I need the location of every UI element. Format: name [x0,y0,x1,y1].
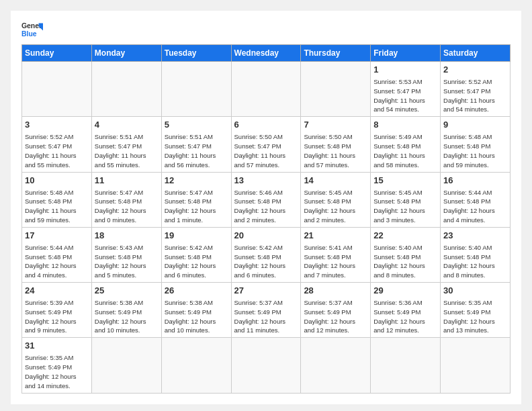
day-info: Sunrise: 5:38 AMSunset: 5:49 PMDaylight:… [165,298,228,335]
calendar-cell: 12Sunrise: 5:47 AMSunset: 5:48 PMDayligh… [161,172,231,227]
day-info: Sunrise: 5:53 AMSunset: 5:47 PMDaylight:… [373,77,437,114]
day-info: Sunrise: 5:40 AMSunset: 5:48 PMDaylight:… [373,243,437,280]
day-info: Sunrise: 5:45 AMSunset: 5:48 PMDaylight:… [304,188,367,225]
day-info: Sunrise: 5:48 AMSunset: 5:48 PMDaylight:… [443,132,507,169]
calendar-cell: 10Sunrise: 5:48 AMSunset: 5:48 PMDayligh… [22,172,92,227]
day-info: Sunrise: 5:39 AMSunset: 5:49 PMDaylight:… [25,298,89,335]
calendar-cell: 28Sunrise: 5:37 AMSunset: 5:49 PMDayligh… [301,283,371,338]
col-header-sunday: Sunday [22,45,92,62]
day-number: 20 [234,230,298,242]
calendar-cell: 16Sunrise: 5:44 AMSunset: 5:48 PMDayligh… [441,172,511,227]
calendar-week-row: 3Sunrise: 5:52 AMSunset: 5:47 PMDaylight… [22,117,511,172]
day-number: 21 [304,230,367,242]
calendar-cell [441,338,511,393]
col-header-friday: Friday [371,45,441,62]
day-number: 29 [373,285,437,297]
col-header-saturday: Saturday [441,45,511,62]
day-number: 2 [443,64,507,76]
calendar-cell: 18Sunrise: 5:43 AMSunset: 5:48 PMDayligh… [91,227,161,282]
calendar-cell: 9Sunrise: 5:48 AMSunset: 5:48 PMDaylight… [441,117,511,172]
calendar-cell [301,62,371,117]
day-info: Sunrise: 5:36 AMSunset: 5:49 PMDaylight:… [373,298,437,335]
col-header-tuesday: Tuesday [161,45,231,62]
calendar-week-row: 10Sunrise: 5:48 AMSunset: 5:48 PMDayligh… [22,172,511,227]
calendar-cell: 24Sunrise: 5:39 AMSunset: 5:49 PMDayligh… [22,283,92,338]
day-info: Sunrise: 5:49 AMSunset: 5:48 PMDaylight:… [373,132,437,169]
day-info: Sunrise: 5:44 AMSunset: 5:48 PMDaylight:… [25,243,89,280]
calendar-cell [91,62,161,117]
day-number: 8 [373,119,437,131]
calendar-cell: 25Sunrise: 5:38 AMSunset: 5:49 PMDayligh… [91,283,161,338]
day-info: Sunrise: 5:37 AMSunset: 5:49 PMDaylight:… [304,298,367,335]
calendar-week-row: 17Sunrise: 5:44 AMSunset: 5:48 PMDayligh… [22,227,511,282]
day-info: Sunrise: 5:41 AMSunset: 5:48 PMDaylight:… [304,243,367,280]
day-number: 23 [443,230,507,242]
calendar-cell: 11Sunrise: 5:47 AMSunset: 5:48 PMDayligh… [91,172,161,227]
calendar-cell: 15Sunrise: 5:45 AMSunset: 5:48 PMDayligh… [371,172,441,227]
calendar-cell: 7Sunrise: 5:50 AMSunset: 5:48 PMDaylight… [301,117,371,172]
day-info: Sunrise: 5:47 AMSunset: 5:48 PMDaylight:… [165,188,228,225]
svg-text:Blue: Blue [21,30,37,38]
calendar-cell [301,338,371,393]
day-number: 24 [25,285,89,297]
day-number: 15 [373,175,437,187]
calendar-cell [22,62,92,117]
calendar-header-row: SundayMondayTuesdayWednesdayThursdayFrid… [22,45,511,62]
calendar-week-row: 24Sunrise: 5:39 AMSunset: 5:49 PMDayligh… [22,283,511,338]
calendar-cell: 31Sunrise: 5:35 AMSunset: 5:49 PMDayligh… [22,338,92,393]
day-number: 14 [304,175,367,187]
day-number: 10 [25,175,89,187]
calendar-cell: 26Sunrise: 5:38 AMSunset: 5:49 PMDayligh… [161,283,231,338]
day-info: Sunrise: 5:51 AMSunset: 5:47 PMDaylight:… [95,132,159,169]
calendar-cell: 2Sunrise: 5:52 AMSunset: 5:47 PMDaylight… [441,62,511,117]
general-blue-logo-icon: General Blue [21,19,43,40]
day-info: Sunrise: 5:40 AMSunset: 5:48 PMDaylight:… [443,243,507,280]
day-info: Sunrise: 5:42 AMSunset: 5:48 PMDaylight:… [165,243,228,280]
calendar-cell: 30Sunrise: 5:35 AMSunset: 5:49 PMDayligh… [441,283,511,338]
calendar-cell: 4Sunrise: 5:51 AMSunset: 5:47 PMDaylight… [91,117,161,172]
calendar-cell: 3Sunrise: 5:52 AMSunset: 5:47 PMDaylight… [22,117,92,172]
calendar-cell: 8Sunrise: 5:49 AMSunset: 5:48 PMDaylight… [371,117,441,172]
day-number: 9 [443,119,507,131]
day-number: 18 [95,230,159,242]
calendar-cell: 19Sunrise: 5:42 AMSunset: 5:48 PMDayligh… [161,227,231,282]
day-info: Sunrise: 5:51 AMSunset: 5:47 PMDaylight:… [165,132,228,169]
calendar-cell: 29Sunrise: 5:36 AMSunset: 5:49 PMDayligh… [371,283,441,338]
day-number: 30 [443,285,507,297]
day-info: Sunrise: 5:35 AMSunset: 5:49 PMDaylight:… [443,298,507,335]
day-number: 27 [234,285,298,297]
day-number: 3 [25,119,89,131]
calendar-page: General Blue SundayMondayTuesdayWednesda… [11,11,521,404]
day-info: Sunrise: 5:42 AMSunset: 5:48 PMDaylight:… [234,243,298,280]
day-number: 25 [95,285,159,297]
calendar-cell [161,338,231,393]
day-number: 31 [25,340,89,352]
calendar-week-row: 31Sunrise: 5:35 AMSunset: 5:49 PMDayligh… [22,338,511,393]
day-info: Sunrise: 5:52 AMSunset: 5:47 PMDaylight:… [443,77,507,114]
day-info: Sunrise: 5:50 AMSunset: 5:47 PMDaylight:… [234,132,298,169]
calendar-cell: 23Sunrise: 5:40 AMSunset: 5:48 PMDayligh… [441,227,511,282]
day-info: Sunrise: 5:43 AMSunset: 5:48 PMDaylight:… [95,243,159,280]
day-number: 4 [95,119,159,131]
calendar-cell: 17Sunrise: 5:44 AMSunset: 5:48 PMDayligh… [22,227,92,282]
day-number: 22 [373,230,437,242]
header: General Blue [21,19,511,40]
day-number: 28 [304,285,367,297]
calendar-cell [231,338,301,393]
calendar-cell: 14Sunrise: 5:45 AMSunset: 5:48 PMDayligh… [301,172,371,227]
calendar-cell [231,62,301,117]
day-number: 7 [304,119,367,131]
calendar-cell: 21Sunrise: 5:41 AMSunset: 5:48 PMDayligh… [301,227,371,282]
day-info: Sunrise: 5:48 AMSunset: 5:48 PMDaylight:… [25,188,89,225]
day-number: 26 [165,285,228,297]
day-info: Sunrise: 5:45 AMSunset: 5:48 PMDaylight:… [373,188,437,225]
calendar-cell: 5Sunrise: 5:51 AMSunset: 5:47 PMDaylight… [161,117,231,172]
day-info: Sunrise: 5:37 AMSunset: 5:49 PMDaylight:… [234,298,298,335]
day-info: Sunrise: 5:50 AMSunset: 5:48 PMDaylight:… [304,132,367,169]
day-number: 17 [25,230,89,242]
day-info: Sunrise: 5:35 AMSunset: 5:49 PMDaylight:… [25,353,89,390]
day-info: Sunrise: 5:46 AMSunset: 5:48 PMDaylight:… [234,188,298,225]
day-info: Sunrise: 5:52 AMSunset: 5:47 PMDaylight:… [25,132,89,169]
day-number: 12 [165,175,228,187]
col-header-wednesday: Wednesday [231,45,301,62]
